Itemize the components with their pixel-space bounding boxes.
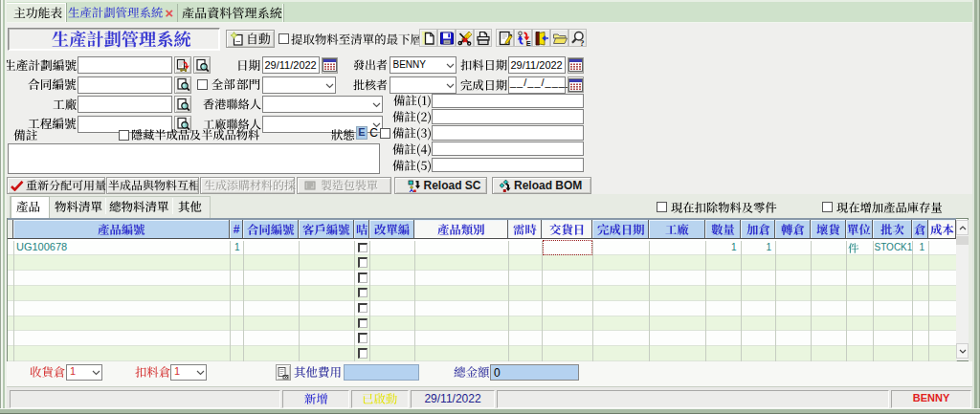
svg-text:E: E bbox=[525, 38, 530, 46]
svg-text:?: ? bbox=[580, 37, 585, 45]
